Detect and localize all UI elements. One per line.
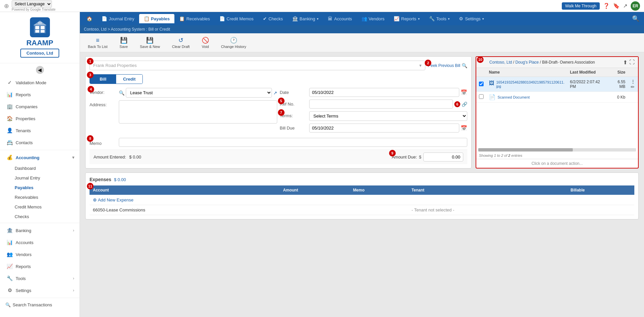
vendor-select[interactable]: Lease Trust <box>126 88 272 98</box>
tab-home[interactable]: 🏠 <box>82 14 97 23</box>
expense-tenant[interactable]: - Tenant not selected - <box>408 205 567 215</box>
bill-due-input[interactable] <box>309 124 460 133</box>
doc-breadcrumb-place[interactable]: Doug's Place <box>515 60 538 65</box>
tenants-icon: 👤 <box>6 128 13 134</box>
doc-action-bar[interactable]: Click on a document action... <box>476 159 638 168</box>
add-expense-row[interactable]: ⊕ Add New Expense <box>90 195 634 205</box>
tab-credit-memos[interactable]: 📄 Credit Memos <box>215 14 258 23</box>
doc-expand-button[interactable]: ⛶ <box>629 59 635 66</box>
date-input[interactable] <box>309 88 460 97</box>
terms-select[interactable]: Select Terms <box>309 111 468 121</box>
peek-icon[interactable]: 🔍 <box>462 63 467 68</box>
vendor-search-icon[interactable]: 🔍 <box>119 90 124 96</box>
sidebar-item-vendors[interactable]: 👥 Vendors <box>0 248 80 260</box>
sidebar-item-properties[interactable]: 🏠 Properties <box>0 113 80 125</box>
tab-accounts[interactable]: 🏛 Accounts <box>323 14 356 23</box>
address-textarea[interactable] <box>119 100 277 124</box>
nav-search-icon[interactable]: 🔍 <box>629 14 642 24</box>
doc-horizontal-scrollbar[interactable] <box>478 148 636 152</box>
sidebar-item-reports2[interactable]: 📈 Reports <box>0 260 80 272</box>
doc-upload-button[interactable]: ⬆ <box>623 59 627 66</box>
doc-row-checkbox-1[interactable] <box>479 82 484 86</box>
save-and-new-button[interactable]: 💾 Save & New <box>137 35 163 50</box>
date-calendar-icon[interactable]: 📅 <box>461 89 467 96</box>
sidebar-item-accounting[interactable]: 💰 Accounting ▾ <box>0 152 80 163</box>
peek-previous-bill-link[interactable]: Peek Previous Bill <box>428 63 460 68</box>
expense-billable[interactable] <box>567 205 634 215</box>
vendor-top-dropdown[interactable]: Frank Road Properties ▾ <box>90 61 425 70</box>
save-button[interactable]: 💾 Save <box>117 35 130 50</box>
sidebar-subitem-credit-memos[interactable]: Credit Memos <box>0 202 80 212</box>
change-history-button[interactable]: 🕐 Change History <box>218 35 249 50</box>
void-button[interactable]: 🚫 Void <box>199 35 212 50</box>
tab-checks[interactable]: ✔ Checks <box>258 14 288 23</box>
sidebar-search[interactable]: 🔍 Search Transactions <box>0 299 80 310</box>
doc-table-row[interactable]: 📄 Scanned Document 0 Kb <box>476 92 638 103</box>
vendor-external-link-icon[interactable]: ↗ <box>273 90 277 96</box>
sidebar-item-banking[interactable]: 🏦 Banking › <box>0 224 80 236</box>
company-name[interactable]: Contoso, Ltd <box>20 49 59 58</box>
tab-receivables[interactable]: 📋 Receivables <box>174 14 215 23</box>
export-icon[interactable]: ↗ <box>623 3 627 9</box>
ref-attach-icon[interactable]: 🔗 <box>462 102 467 107</box>
tab-reports[interactable]: 📈 Reports ▾ <box>389 14 424 23</box>
doc-breadcrumb-company[interactable]: Contoso, Ltd <box>489 60 512 65</box>
bookmark-icon[interactable]: 🔖 <box>613 3 620 9</box>
tab-banking[interactable]: 🏦 Banking ▾ <box>288 14 323 23</box>
sidebar-item-accounts[interactable]: 📊 Accounts <box>0 236 80 248</box>
amount-due-input[interactable] <box>423 153 463 161</box>
sidebar-nav: ✓ Validation Mode 📊 Reports 🏢 Companies … <box>0 77 80 317</box>
bill-due-calendar-icon[interactable]: 📅 <box>461 125 467 131</box>
add-expense-label[interactable]: Add New Expense <box>98 197 133 202</box>
language-select[interactable]: Select Language <box>12 0 52 8</box>
sidebar-toggle-button[interactable]: ◀ <box>36 66 44 74</box>
avatar[interactable]: ER <box>631 1 640 11</box>
add-expense-cell[interactable]: ⊕ Add New Expense <box>90 195 634 205</box>
sidebar-subitem-dashboard[interactable]: Dashboard <box>0 163 80 173</box>
clear-draft-button[interactable]: ↺ Clear Draft <box>169 35 192 50</box>
doc-menu-btn-1[interactable]: ⋮ <box>631 79 635 84</box>
sidebar-item-tools[interactable]: 🔧 Tools › <box>0 272 80 284</box>
doc-filename-1[interactable]: 165419325462880104921985791120611.jpg <box>496 80 565 88</box>
expense-row[interactable]: 66050-Lease Commissions - Tenant not sel… <box>90 205 634 215</box>
doc-entries-label: entries <box>511 154 522 158</box>
tab-tools[interactable]: 🔧 Tools ▾ <box>424 14 454 23</box>
tab-journal-entry[interactable]: 📄 Journal Entry <box>97 14 139 23</box>
expense-account[interactable]: 66050-Lease Commissions <box>90 205 280 215</box>
sidebar-item-settings[interactable]: ⚙ Settings › <box>0 284 80 296</box>
doc-table-row[interactable]: 🖼 165419325462880104921985791120611.jpg … <box>476 77 638 92</box>
expense-memo[interactable] <box>350 205 408 215</box>
bill-toggle-button[interactable]: Bill <box>90 75 116 84</box>
pdf-file-icon: 📄 <box>489 94 496 100</box>
expense-amount[interactable] <box>280 205 349 215</box>
sidebar-subitem-journal-entry[interactable]: Journal Entry <box>0 173 80 183</box>
sidebar-item-contacts[interactable]: 📇 Contacts <box>0 137 80 149</box>
help-icon[interactable]: ❓ <box>603 3 610 9</box>
sidebar-label-companies: Companies <box>16 104 38 109</box>
ref-no-input[interactable] <box>309 100 453 109</box>
memo-input[interactable] <box>119 138 467 147</box>
sidebar-label-accounting: Accounting <box>16 155 40 160</box>
sidebar-item-validation-mode[interactable]: ✓ Validation Mode <box>0 77 80 89</box>
tab-settings[interactable]: ⚙ Settings ▾ <box>454 14 489 23</box>
doc-row-checkbox-2[interactable] <box>479 94 484 99</box>
back-to-list-button[interactable]: ≡ Back To List <box>85 36 110 50</box>
tab-vendors[interactable]: 👥 Vendors <box>357 14 389 23</box>
doc-filename-2[interactable]: Scanned Document <box>498 95 530 99</box>
sidebar-divider-2 <box>0 223 80 223</box>
walk-me-through-button[interactable]: Walk Me Through <box>562 2 600 10</box>
sidebar-subitem-payables[interactable]: Payables <box>0 183 80 192</box>
sidebar-item-reports[interactable]: 📊 Reports <box>0 89 80 101</box>
sidebar-subitem-receivables[interactable]: Receivables <box>0 192 80 202</box>
step-6-badge[interactable]: 6 <box>454 101 460 107</box>
sidebar-subitem-checks[interactable]: Checks <box>0 212 80 221</box>
plus-icon[interactable]: ⊕ <box>4 2 9 10</box>
sidebar-item-companies[interactable]: 🏢 Companies <box>0 101 80 113</box>
reports-nav-icon: 📈 <box>394 16 399 21</box>
amount-due-row: 9 Amount Due: $ <box>392 153 463 161</box>
tab-payables[interactable]: 📋 Payables <box>139 14 174 23</box>
credit-toggle-button[interactable]: Credit <box>116 75 142 84</box>
sidebar-item-tenants[interactable]: 👤 Tenants <box>0 125 80 137</box>
chevron-right-icon: › <box>73 228 74 233</box>
doc-edit-btn-1[interactable]: ✏ <box>631 84 635 90</box>
